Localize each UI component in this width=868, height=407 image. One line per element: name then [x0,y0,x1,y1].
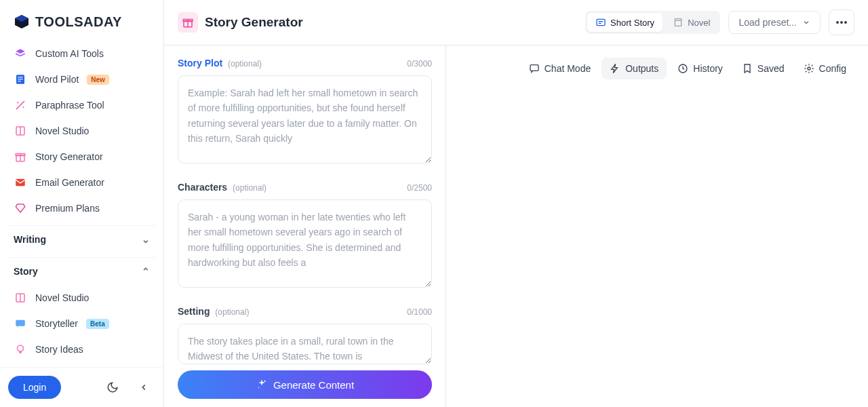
svg-rect-14 [16,320,25,326]
load-preset-button[interactable]: Load preset... [728,11,821,34]
seg-label: Short Story [610,18,654,28]
field-characters: Characters (optional) 0/2500 [178,182,432,290]
field-label: Characters [178,182,227,193]
tab-history[interactable]: History [669,58,731,79]
svg-point-5 [22,106,24,108]
sidebar-footer: Login [0,367,163,407]
section-story[interactable]: Story ⌃ [7,257,157,285]
section-label: Writing [14,234,46,245]
sidebar-item-novel-studio[interactable]: Novel Studio [7,118,157,144]
header: Story Generator Short Story Novel Load p… [164,0,868,45]
form-panel: Story Plot (optional) 0/3000 Characters … [164,45,446,407]
svg-point-29 [808,67,810,70]
sidebar-item-label: Story Generator [35,151,103,162]
svg-rect-20 [597,19,605,25]
sparkle-icon [256,379,268,391]
bolt-icon [610,63,620,74]
tab-saved[interactable]: Saved [734,58,793,79]
brand-text: TOOLSADAY [35,14,122,30]
svg-point-26 [258,387,260,389]
clock-icon [677,63,688,74]
characters-input[interactable] [178,199,432,288]
char-counter: 0/2500 [407,183,432,193]
story-plot-input[interactable] [178,75,432,163]
svg-rect-23 [675,19,681,26]
svg-rect-27 [530,65,538,71]
bulb-icon [14,343,27,356]
dots-icon [836,21,847,24]
seg-short-story[interactable]: Short Story [587,13,663,32]
collapse-sidebar[interactable] [132,376,155,399]
login-button[interactable]: Login [8,376,61,399]
nav: Custom AI Tools Word Pilot New Paraphras… [0,37,163,367]
sidebar: TOOLSADAY Custom AI Tools Word Pilot New… [0,0,164,407]
generate-button[interactable]: Generate Content [178,370,432,399]
logo[interactable]: TOOLSADAY [0,0,163,37]
chevron-up-icon: ⌃ [142,266,150,277]
logo-icon [14,14,30,30]
main: Story Generator Short Story Novel Load p… [164,0,868,407]
seg-label: Novel [688,18,710,28]
book-icon [673,17,684,28]
tab-label: Outputs [625,63,658,74]
tab-label: Saved [757,63,785,74]
new-badge: New [87,75,109,85]
sidebar-item-story-generator[interactable]: Story Generator [7,144,157,170]
story-type-segment: Short Story Novel [585,11,720,34]
svg-point-4 [17,102,18,103]
sidebar-item-email-generator[interactable]: Email Generator [7,170,157,195]
more-button[interactable] [829,9,854,35]
tab-label: Chat Mode [545,63,591,74]
page-title: Story Generator [178,12,577,33]
field-setting: Setting (optional) 0/1000 [178,306,432,366]
book-icon [14,291,27,305]
output-tabs: Chat Mode Outputs History Saved [460,58,854,79]
generate-label: Generate Content [273,379,354,391]
chevron-left-icon [139,383,149,392]
sidebar-item-premium[interactable]: Premium Plans [7,195,157,221]
svg-rect-3 [18,81,21,81]
seg-novel[interactable]: Novel [665,13,718,32]
sidebar-item-novel-studio-2[interactable]: Novel Studio [7,285,157,311]
beta-badge: Beta [86,319,109,329]
gift-icon [178,12,198,33]
card-icon [595,17,606,28]
chat-icon [529,63,540,74]
sidebar-item-paraphrase[interactable]: Paraphrase Tool [7,92,157,118]
book-icon [14,124,27,138]
sidebar-item-storyteller[interactable]: Storyteller Beta [7,311,157,336]
chevron-down-icon [802,18,810,26]
preset-label: Load preset... [738,17,797,28]
tab-label: History [693,63,723,74]
diamond-icon [14,201,27,215]
chat-icon [14,317,27,330]
moon-icon [106,381,119,393]
gear-icon [804,63,814,74]
field-story-plot: Story Plot (optional) 0/3000 [178,58,432,166]
sidebar-item-label: Novel Studio [35,292,89,303]
tab-config[interactable]: Config [795,58,854,79]
sidebar-item-label: Word Pilot [35,74,79,85]
sidebar-item-label: Storyteller [35,318,78,329]
svg-point-15 [18,345,24,351]
sidebar-item-label: Story Ideas [35,344,83,355]
section-writing[interactable]: Writing ⌄ [7,225,157,253]
theme-toggle[interactable] [101,376,124,399]
svg-point-25 [264,381,265,382]
page-title-text: Story Generator [205,15,303,30]
wand-icon [14,98,27,112]
field-label: Setting [178,306,210,317]
sidebar-item-custom-ai[interactable]: Custom AI Tools [7,41,157,66]
sidebar-item-word-pilot[interactable]: Word Pilot New [7,66,157,92]
sidebar-item-story-ideas[interactable]: Story Ideas [7,336,157,362]
document-icon [14,73,27,86]
section-label: Story [14,266,38,277]
char-counter: 0/3000 [407,59,432,69]
sidebar-item-label: Premium Plans [35,203,100,214]
optional-text: (optional) [233,183,267,193]
tab-chat-mode[interactable]: Chat Mode [521,58,599,79]
optional-text: (optional) [228,59,262,69]
setting-input[interactable] [178,324,432,364]
field-label[interactable]: Story Plot [178,58,222,69]
tab-outputs[interactable]: Outputs [601,58,667,79]
